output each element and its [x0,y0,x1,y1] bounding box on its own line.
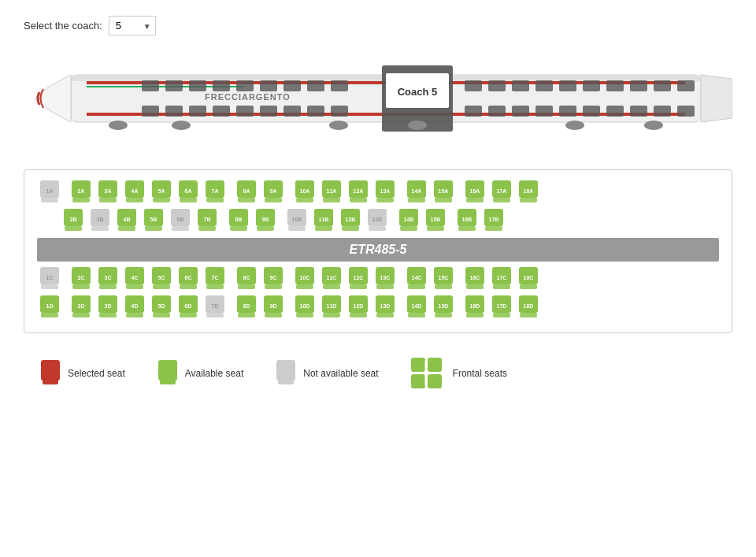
seat-14b[interactable]: 14B [396,208,421,233]
seat-11a[interactable]: 11A [319,180,344,205]
seat-11c[interactable]: 11C [319,266,344,291]
seat-15a[interactable]: 15A [431,180,456,205]
seat-7b[interactable]: 7B [195,208,220,233]
seat-11b[interactable]: 11B [311,208,336,233]
svg-rect-261 [520,313,537,317]
svg-rect-39 [606,106,624,117]
seat-12a[interactable]: 12A [346,180,371,205]
svg-rect-189 [350,284,367,289]
seat-17a[interactable]: 17A [489,180,514,205]
seat-row-d: 1D 2D 3D 4D 5D 6D 7D 8D 9D 10D [37,295,719,320]
seat-15c[interactable]: 15C [431,266,456,291]
seat-9c[interactable]: 9C [261,266,286,291]
seat-7d[interactable]: 7D [202,295,228,320]
seat-4b[interactable]: 4B [114,208,139,233]
svg-rect-35 [512,106,529,117]
seat-16a[interactable]: 16A [462,180,487,205]
seat-3b[interactable]: 3B [87,208,113,233]
seat-1d[interactable]: 1D [37,295,62,320]
seat-13b[interactable]: 13B [365,208,390,233]
seat-8c[interactable]: 8C [234,266,259,291]
seat-10b[interactable]: 10B [284,208,309,233]
svg-point-47 [109,121,128,130]
svg-text:13A: 13A [380,188,391,194]
seat-15d[interactable]: 15D [431,295,456,320]
seat-3c[interactable]: 3C [95,266,120,291]
svg-rect-180 [265,284,282,289]
svg-rect-138 [342,226,359,231]
svg-rect-5 [142,80,159,91]
seat-14c[interactable]: 14C [404,266,429,291]
seat-17c[interactable]: 17C [489,266,514,291]
seat-14a[interactable]: 14A [404,180,429,205]
coach-select-wrapper[interactable]: 5 1 2 3 4 6 7 8 9 10 [109,16,156,35]
svg-rect-28 [236,106,254,117]
svg-rect-38 [583,106,600,117]
coach-select[interactable]: 5 1 2 3 4 6 7 8 9 10 [109,16,156,35]
seat-13d[interactable]: 13D [372,295,398,320]
seat-9a[interactable]: 9A [261,180,286,205]
seat-18c[interactable]: 18C [516,266,541,291]
svg-text:6D: 6D [185,303,192,309]
seat-11d[interactable]: 11D [319,295,344,320]
svg-text:2D: 2D [78,303,85,309]
svg-text:9A: 9A [270,188,277,194]
svg-text:9C: 9C [270,275,277,280]
seat-5a[interactable]: 5A [149,180,174,205]
svg-rect-18 [559,80,576,91]
seat-6a[interactable]: 6A [176,180,201,205]
seat-10c[interactable]: 10C [292,266,317,291]
seat-5d[interactable]: 5D [149,295,174,320]
svg-rect-60 [99,198,117,202]
seat-13c[interactable]: 13C [372,266,398,291]
seat-15b[interactable]: 15B [423,208,448,233]
seat-2b[interactable]: 2B [61,208,86,233]
svg-text:11A: 11A [327,188,337,194]
seat-7a[interactable]: 7A [202,180,228,205]
seat-2a[interactable]: 2A [69,180,94,205]
seat-12c[interactable]: 12C [346,266,371,291]
seat-8d[interactable]: 8D [234,295,259,320]
seat-6d[interactable]: 6D [176,295,201,320]
seat-6c[interactable]: 6C [176,266,201,291]
seat-2c[interactable]: 2C [69,266,94,291]
seat-8b[interactable]: 8B [226,208,251,233]
seat-5b[interactable]: 5B [141,208,166,233]
seat-9b[interactable]: 9B [253,208,278,233]
svg-rect-11 [284,80,301,91]
svg-rect-216 [99,313,117,317]
svg-text:7A: 7A [212,188,219,194]
svg-rect-270 [411,374,425,388]
seat-4c[interactable]: 4C [122,266,147,291]
seat-10d[interactable]: 10D [292,295,317,320]
seat-6b[interactable]: 6B [168,208,193,233]
seat-16c[interactable]: 16C [462,266,487,291]
seat-1c[interactable]: 1C [37,266,62,291]
seat-4d[interactable]: 4D [122,295,147,320]
seat-18a[interactable]: 18A [516,180,541,205]
seat-14d[interactable]: 14D [404,295,429,320]
seat-2d[interactable]: 2D [69,295,94,320]
seat-1a[interactable]: 1A [37,180,62,205]
seat-9d[interactable]: 9D [261,295,286,320]
seat-3d[interactable]: 3D [95,295,120,320]
svg-rect-27 [213,106,230,117]
svg-rect-258 [493,313,510,317]
seat-18d[interactable]: 18D [516,295,541,320]
seat-3a[interactable]: 3A [95,180,120,205]
svg-text:14D: 14D [412,303,422,309]
seat-8a[interactable]: 8A [234,180,259,205]
svg-rect-174 [206,284,224,289]
seat-17b[interactable]: 17B [481,208,506,233]
seat-16b[interactable]: 16B [454,208,480,233]
seat-16d[interactable]: 16D [462,295,487,320]
seat-12d[interactable]: 12D [346,295,371,320]
seat-5c[interactable]: 5C [149,266,174,291]
seat-7c[interactable]: 7C [202,266,228,291]
seat-13a[interactable]: 13A [372,180,398,205]
seat-12b[interactable]: 12B [338,208,363,233]
seat-4a[interactable]: 4A [122,180,147,205]
svg-text:14C: 14C [412,275,422,280]
seat-10a[interactable]: 10A [292,180,317,205]
seat-17d[interactable]: 17D [489,295,514,320]
